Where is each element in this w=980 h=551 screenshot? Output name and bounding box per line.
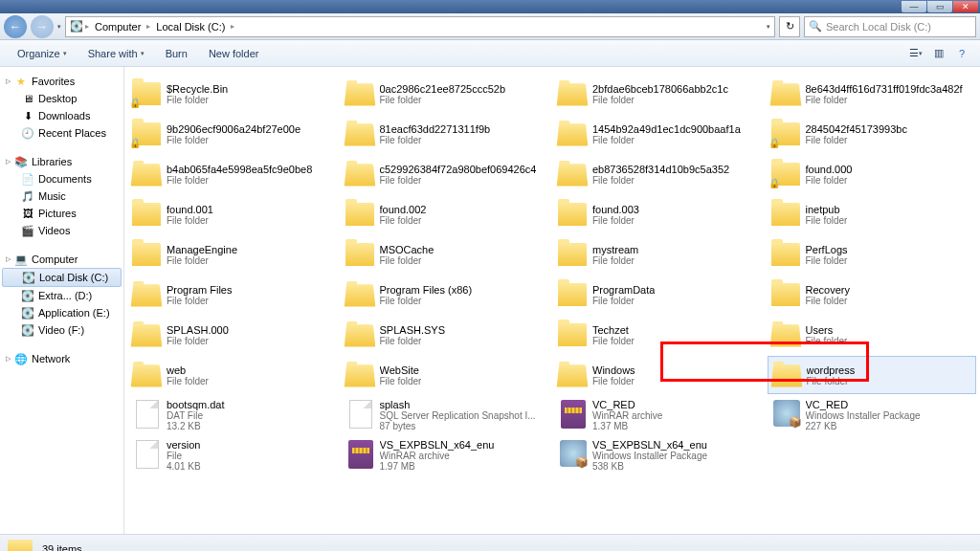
item-meta: File folder [806,175,853,186]
folder-item[interactable]: found.000 File folder [768,155,977,193]
folder-item[interactable]: found.002 File folder [342,195,551,233]
folder-item[interactable]: SPLASH.SYS File folder [342,316,551,354]
nav-item[interactable]: 💽Application (E:) [2,304,122,321]
folder-item[interactable]: found.003 File folder [554,195,764,233]
folder-item[interactable]: 0ac2986c21ee8725ccc52b File folder [342,75,551,113]
address-dropdown-icon[interactable]: ▾ [767,23,770,31]
new-folder-button[interactable]: New folder [199,45,269,62]
file-item[interactable]: VS_EXPBSLN_x64_enu Windows Installer Pac… [554,436,764,474]
help-button[interactable]: ? [951,43,972,64]
folder-item[interactable]: eb8736528f314d10b9c5a352 File folder [554,155,764,193]
nav-group-favorites[interactable]: ▷★Favorites [2,73,122,90]
file-item[interactable]: bootsqm.dat DAT File13.2 KB [128,396,338,434]
burn-button[interactable]: Burn [156,45,197,62]
nav-group-network[interactable]: ▷🌐Network [2,350,122,367]
item-meta: File folder [807,376,856,386]
folder-item[interactable]: Program Files File folder [128,276,338,314]
navigation-pane: ▷★Favorites🖥Desktop⬇Downloads🕘Recent Pla… [0,67,124,534]
file-item[interactable]: version File4.01 KB [128,436,338,474]
breadcrumb-sep-icon: ▸ [146,22,150,31]
folder-item[interactable]: wordpress File folder [768,356,977,394]
folder-item[interactable]: Techzet File folder [554,316,764,354]
item-name: eb8736528f314d10b9c5a352 [592,164,729,175]
nav-item[interactable]: 🎬Videos [2,222,122,239]
search-input[interactable]: 🔍 Search Local Disk (C:) [804,16,976,37]
nav-item[interactable]: 🖼Pictures [2,205,122,222]
item-name: found.002 [380,204,427,215]
refresh-button[interactable]: ↻ [779,16,800,37]
breadcrumb[interactable]: 💽 ▸ Computer ▸ Local Disk (C:) ▸ ▾ [65,16,775,37]
breadcrumb-sep-icon: ▸ [85,22,89,31]
folder-item[interactable]: c529926384f72a980bef069426c4 File folder [342,155,551,193]
minimize-button[interactable]: — [902,1,926,12]
item-name: bootsqm.dat [167,399,225,410]
folder-item[interactable]: WebSite File folder [342,356,551,394]
folder-item[interactable]: 8e643d4ff616d731ff019fdc3a482f File fold… [768,75,977,113]
organize-button[interactable]: Organize ▾ [8,45,77,62]
item-name: Windows [592,364,635,376]
item-name: 0ac2986c21ee8725ccc52b [380,83,506,95]
item-meta: File folder [806,255,848,266]
file-item[interactable]: VS_EXPBSLN_x64_enu WinRAR archive1.97 MB [342,436,551,474]
folder-item[interactable]: web File folder [128,356,338,394]
nav-item[interactable]: 🖥Desktop [2,90,122,107]
nav-item[interactable]: ⬇Downloads [2,107,122,124]
folder-item[interactable]: 2bfdae6bceb178066abb2c1c File folder [554,75,764,113]
msi-icon [771,400,802,430]
status-folder-icon [8,540,34,552]
folder-item[interactable]: PerfLogs File folder [768,235,977,274]
back-button[interactable]: ← [4,15,27,38]
view-options-button[interactable]: ☰▾ [905,43,926,64]
nav-item[interactable]: 💽Local Disk (C:) [2,268,122,287]
item-meta: File folder [167,175,312,186]
folder-item[interactable]: found.001 File folder [128,195,338,233]
item-name: found.000 [806,164,853,175]
item-meta: File folder [592,215,639,226]
breadcrumb-seg[interactable]: Local Disk (C:) [152,21,229,33]
folder-item[interactable]: ManageEngine File folder [128,235,338,274]
share-with-button[interactable]: Share with ▾ [78,45,154,62]
folder-open-icon [771,78,802,109]
item-name: SPLASH.000 [167,324,229,336]
folder-item[interactable]: 81eacf63dd2271311f9b File folder [342,115,551,153]
close-button[interactable]: ✕ [953,1,978,12]
folder-item[interactable]: Program Files (x86) File folder [342,276,551,314]
item-meta: File folder [806,296,850,306]
nav-item[interactable]: 💽Extra... (D:) [2,287,122,304]
folder-item[interactable]: 9b2906ecf9006a24bf27e00e File folder [128,115,338,153]
file-item[interactable]: VC_RED WinRAR archive1.37 MB [554,396,764,434]
history-dropdown-icon[interactable]: ▾ [57,23,61,31]
nav-item[interactable]: 💽Video (F:) [2,321,122,339]
folder-open-icon [345,279,376,310]
nav-item[interactable]: 🕘Recent Places [2,124,122,142]
nav-item[interactable]: 🎵Music [2,187,122,205]
msi-icon [558,440,589,471]
folder-open-icon [132,279,163,310]
nav-group-libraries[interactable]: ▷📚Libraries [2,153,122,170]
folder-item[interactable]: 2845042f45173993bc File folder [768,115,977,153]
nav-item[interactable]: 📄Documents [2,170,122,187]
item-meta: File folder [806,135,907,145]
folder-item[interactable]: inetpub File folder [768,195,977,233]
maximize-button[interactable]: ▭ [927,1,952,12]
file-item[interactable]: VC_RED Windows Installer Package227 KB [768,396,977,434]
breadcrumb-seg[interactable]: Computer [91,21,145,33]
folder-item[interactable]: b4ab065fa4e5998ea5fc9e0be8 File folder [128,155,338,193]
folder-item[interactable]: Recovery File folder [768,276,977,314]
folder-open-icon [558,119,589,149]
folder-open-icon [345,360,376,390]
folder-item[interactable]: $Recycle.Bin File folder [128,75,338,113]
status-text: 39 items [42,543,82,552]
folder-item[interactable]: Users File folder [768,316,977,354]
folder-item[interactable]: mystream File folder [554,235,764,274]
preview-pane-button[interactable]: ▥ [928,43,949,64]
folder-item[interactable]: 1454b92a49d1ec1dc900baaf1a File folder [554,115,764,153]
nav-group-computer[interactable]: ▷💻Computer [2,251,122,268]
file-list-pane[interactable]: $Recycle.Bin File folder 0ac2986c21ee872… [124,67,980,534]
folder-item[interactable]: SPLASH.000 File folder [128,316,338,354]
folder-item[interactable]: ProgramData File folder [554,276,764,314]
folder-item[interactable]: MSOCache File folder [342,235,551,274]
forward-button[interactable]: → [31,15,54,38]
file-item[interactable]: splash SQL Server Replication Snapshot I… [342,396,551,434]
folder-item[interactable]: Windows File folder [554,356,764,394]
